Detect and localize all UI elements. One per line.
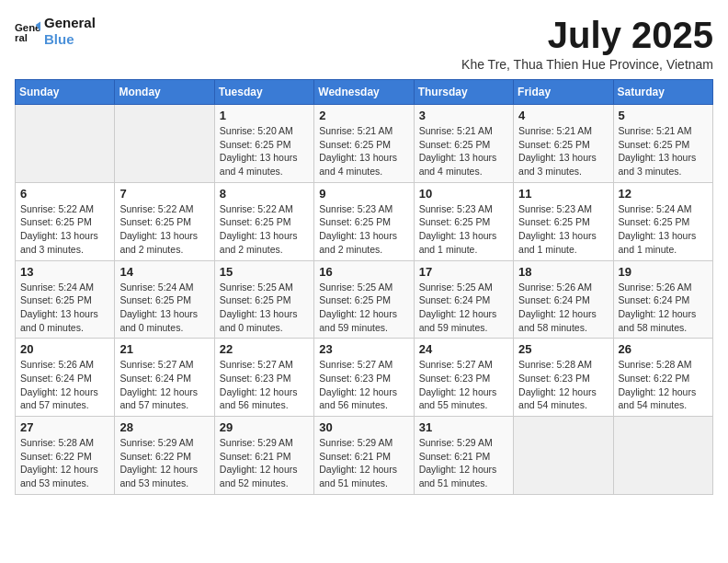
day-number: 17 bbox=[419, 265, 508, 279]
day-number: 9 bbox=[319, 187, 408, 201]
calendar-cell: 20Sunrise: 5:26 AMSunset: 6:24 PMDayligh… bbox=[16, 339, 115, 417]
day-info: Sunrise: 5:25 AMSunset: 6:24 PMDaylight:… bbox=[419, 281, 508, 335]
day-number: 6 bbox=[20, 187, 109, 201]
weekday-header-wednesday: Wednesday bbox=[314, 80, 414, 105]
day-number: 22 bbox=[220, 342, 309, 356]
day-info: Sunrise: 5:21 AMSunset: 6:25 PMDaylight:… bbox=[419, 124, 508, 178]
calendar-week-5: 27Sunrise: 5:28 AMSunset: 6:22 PMDayligh… bbox=[16, 417, 713, 495]
calendar-cell bbox=[16, 105, 115, 183]
day-number: 2 bbox=[319, 109, 408, 122]
calendar-cell: 16Sunrise: 5:25 AMSunset: 6:25 PMDayligh… bbox=[314, 260, 414, 339]
day-info: Sunrise: 5:22 AMSunset: 6:25 PMDaylight:… bbox=[220, 202, 309, 257]
calendar-week-4: 20Sunrise: 5:26 AMSunset: 6:24 PMDayligh… bbox=[16, 339, 713, 417]
calendar-cell: 18Sunrise: 5:26 AMSunset: 6:24 PMDayligh… bbox=[514, 260, 613, 339]
day-number: 13 bbox=[20, 265, 109, 279]
calendar-table: SundayMondayTuesdayWednesdayThursdayFrid… bbox=[15, 79, 713, 495]
calendar-cell: 11Sunrise: 5:23 AMSunset: 6:25 PMDayligh… bbox=[514, 182, 613, 260]
day-info: Sunrise: 5:22 AMSunset: 6:25 PMDaylight:… bbox=[119, 202, 209, 257]
logo-line1: General bbox=[44, 15, 96, 31]
day-info: Sunrise: 5:24 AMSunset: 6:25 PMDaylight:… bbox=[119, 281, 209, 335]
day-info: Sunrise: 5:23 AMSunset: 6:25 PMDaylight:… bbox=[518, 202, 608, 257]
day-info: Sunrise: 5:24 AMSunset: 6:25 PMDaylight:… bbox=[619, 202, 708, 257]
day-info: Sunrise: 5:27 AMSunset: 6:24 PMDaylight:… bbox=[119, 358, 209, 412]
day-info: Sunrise: 5:21 AMSunset: 6:25 PMDaylight:… bbox=[619, 124, 708, 178]
calendar-cell: 10Sunrise: 5:23 AMSunset: 6:25 PMDayligh… bbox=[414, 182, 513, 260]
day-info: Sunrise: 5:29 AMSunset: 6:21 PMDaylight:… bbox=[319, 436, 408, 490]
day-number: 25 bbox=[518, 342, 608, 356]
weekday-header-friday: Friday bbox=[514, 80, 613, 105]
logo-line2: Blue bbox=[44, 31, 96, 48]
page-header: Gene ral General Blue July 2025 Khe Tre,… bbox=[15, 15, 713, 72]
day-number: 14 bbox=[119, 265, 209, 279]
day-info: Sunrise: 5:23 AMSunset: 6:25 PMDaylight:… bbox=[419, 202, 508, 257]
day-info: Sunrise: 5:20 AMSunset: 6:25 PMDaylight:… bbox=[220, 124, 309, 178]
month-title: July 2025 bbox=[461, 15, 713, 55]
calendar-cell: 4Sunrise: 5:21 AMSunset: 6:25 PMDaylight… bbox=[514, 105, 613, 183]
day-info: Sunrise: 5:21 AMSunset: 6:25 PMDaylight:… bbox=[319, 124, 408, 178]
day-info: Sunrise: 5:26 AMSunset: 6:24 PMDaylight:… bbox=[518, 281, 608, 335]
calendar-cell: 14Sunrise: 5:24 AMSunset: 6:25 PMDayligh… bbox=[115, 260, 214, 339]
calendar-week-3: 13Sunrise: 5:24 AMSunset: 6:25 PMDayligh… bbox=[16, 260, 713, 339]
calendar-cell: 24Sunrise: 5:27 AMSunset: 6:23 PMDayligh… bbox=[414, 339, 513, 417]
calendar-cell: 12Sunrise: 5:24 AMSunset: 6:25 PMDayligh… bbox=[613, 182, 712, 260]
calendar-cell: 23Sunrise: 5:27 AMSunset: 6:23 PMDayligh… bbox=[314, 339, 414, 417]
calendar-cell: 17Sunrise: 5:25 AMSunset: 6:24 PMDayligh… bbox=[414, 260, 513, 339]
calendar-cell: 6Sunrise: 5:22 AMSunset: 6:25 PMDaylight… bbox=[16, 182, 115, 260]
day-number: 8 bbox=[220, 187, 309, 201]
day-number: 27 bbox=[20, 420, 109, 434]
day-number: 12 bbox=[619, 187, 708, 201]
day-number: 4 bbox=[518, 109, 608, 122]
day-info: Sunrise: 5:25 AMSunset: 6:25 PMDaylight:… bbox=[319, 281, 408, 335]
day-info: Sunrise: 5:24 AMSunset: 6:25 PMDaylight:… bbox=[20, 281, 109, 335]
weekday-header-saturday: Saturday bbox=[613, 80, 712, 105]
day-number: 29 bbox=[220, 420, 309, 434]
day-number: 31 bbox=[419, 420, 508, 434]
calendar-cell: 28Sunrise: 5:29 AMSunset: 6:22 PMDayligh… bbox=[115, 417, 214, 495]
day-info: Sunrise: 5:21 AMSunset: 6:25 PMDaylight:… bbox=[518, 124, 608, 178]
calendar-cell: 8Sunrise: 5:22 AMSunset: 6:25 PMDaylight… bbox=[214, 182, 313, 260]
day-number: 26 bbox=[619, 342, 708, 356]
day-number: 3 bbox=[419, 109, 508, 122]
day-info: Sunrise: 5:27 AMSunset: 6:23 PMDaylight:… bbox=[220, 358, 309, 412]
calendar-cell: 7Sunrise: 5:22 AMSunset: 6:25 PMDaylight… bbox=[115, 182, 214, 260]
logo-icon: Gene ral bbox=[15, 18, 40, 44]
calendar-cell: 22Sunrise: 5:27 AMSunset: 6:23 PMDayligh… bbox=[214, 339, 313, 417]
calendar-cell: 19Sunrise: 5:26 AMSunset: 6:24 PMDayligh… bbox=[613, 260, 712, 339]
calendar-cell: 27Sunrise: 5:28 AMSunset: 6:22 PMDayligh… bbox=[16, 417, 115, 495]
calendar-cell: 3Sunrise: 5:21 AMSunset: 6:25 PMDaylight… bbox=[414, 105, 513, 183]
day-info: Sunrise: 5:27 AMSunset: 6:23 PMDaylight:… bbox=[319, 358, 408, 412]
calendar-cell: 2Sunrise: 5:21 AMSunset: 6:25 PMDaylight… bbox=[314, 105, 414, 183]
day-info: Sunrise: 5:22 AMSunset: 6:25 PMDaylight:… bbox=[20, 202, 109, 257]
day-info: Sunrise: 5:26 AMSunset: 6:24 PMDaylight:… bbox=[20, 358, 109, 412]
svg-text:ral: ral bbox=[15, 32, 28, 43]
calendar-cell: 29Sunrise: 5:29 AMSunset: 6:21 PMDayligh… bbox=[214, 417, 313, 495]
calendar-cell: 31Sunrise: 5:29 AMSunset: 6:21 PMDayligh… bbox=[414, 417, 513, 495]
day-number: 5 bbox=[619, 109, 708, 122]
day-info: Sunrise: 5:26 AMSunset: 6:24 PMDaylight:… bbox=[619, 281, 708, 335]
day-info: Sunrise: 5:29 AMSunset: 6:21 PMDaylight:… bbox=[220, 436, 309, 490]
title-block: July 2025 Khe Tre, Thua Thien Hue Provin… bbox=[461, 15, 713, 72]
day-number: 7 bbox=[119, 187, 209, 201]
day-info: Sunrise: 5:29 AMSunset: 6:22 PMDaylight:… bbox=[119, 436, 209, 490]
day-info: Sunrise: 5:27 AMSunset: 6:23 PMDaylight:… bbox=[419, 358, 508, 412]
day-info: Sunrise: 5:25 AMSunset: 6:25 PMDaylight:… bbox=[220, 281, 309, 335]
day-info: Sunrise: 5:28 AMSunset: 6:22 PMDaylight:… bbox=[619, 358, 708, 412]
calendar-cell: 5Sunrise: 5:21 AMSunset: 6:25 PMDaylight… bbox=[613, 105, 712, 183]
calendar-cell bbox=[115, 105, 214, 183]
calendar-cell: 30Sunrise: 5:29 AMSunset: 6:21 PMDayligh… bbox=[314, 417, 414, 495]
day-number: 30 bbox=[319, 420, 408, 434]
day-info: Sunrise: 5:29 AMSunset: 6:21 PMDaylight:… bbox=[419, 436, 508, 490]
logo: Gene ral General Blue bbox=[15, 15, 96, 48]
calendar-cell: 21Sunrise: 5:27 AMSunset: 6:24 PMDayligh… bbox=[115, 339, 214, 417]
day-info: Sunrise: 5:28 AMSunset: 6:23 PMDaylight:… bbox=[518, 358, 608, 412]
day-number: 21 bbox=[119, 342, 209, 356]
day-number: 11 bbox=[518, 187, 608, 201]
calendar-cell bbox=[514, 417, 613, 495]
calendar-cell: 9Sunrise: 5:23 AMSunset: 6:25 PMDaylight… bbox=[314, 182, 414, 260]
weekday-header-tuesday: Tuesday bbox=[214, 80, 313, 105]
day-number: 24 bbox=[419, 342, 508, 356]
calendar-cell: 25Sunrise: 5:28 AMSunset: 6:23 PMDayligh… bbox=[514, 339, 613, 417]
weekday-header-monday: Monday bbox=[115, 80, 214, 105]
location: Khe Tre, Thua Thien Hue Province, Vietna… bbox=[461, 57, 713, 72]
day-number: 18 bbox=[518, 265, 608, 279]
